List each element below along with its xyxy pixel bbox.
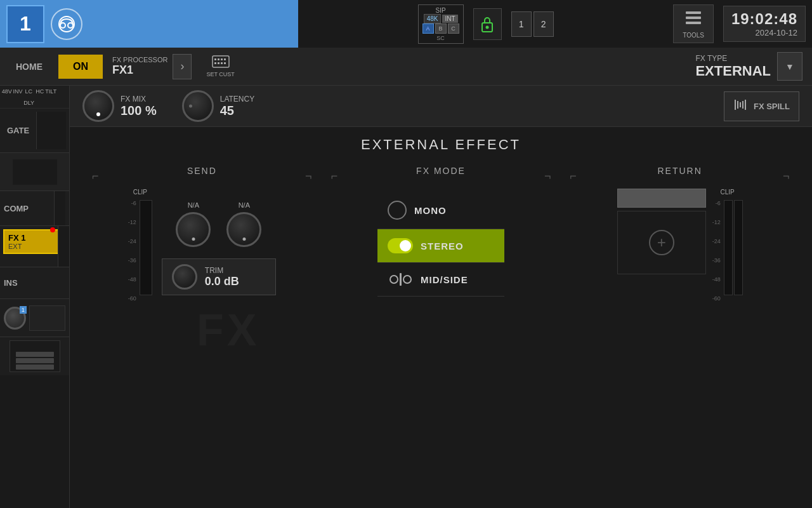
sip-label: SIP [436, 7, 446, 14]
svg-rect-15 [221, 62, 223, 64]
svg-rect-5 [686, 11, 701, 14]
latency-knob[interactable] [182, 90, 214, 122]
eq-section [0, 153, 69, 191]
send-label: SEND [187, 166, 217, 176]
svg-rect-11 [221, 58, 223, 60]
svg-rect-7 [686, 22, 701, 24]
mid-circle-2 [403, 275, 412, 284]
send-knob-2-label: N/A [239, 201, 250, 209]
num-btn-2[interactable]: 2 [534, 11, 554, 37]
comp-slider[interactable] [54, 191, 65, 225]
send-vu-left: CLIP -6-12-24-36-48-60 [128, 189, 152, 302]
fx-type-dropdown[interactable]: ▼ [777, 52, 802, 81]
channel-number[interactable]: 1 [6, 5, 44, 43]
fx-mix-value: 100 % [121, 104, 157, 118]
tools-label: TOOLS [683, 32, 704, 39]
fx1-button[interactable]: FX 1 EXT [3, 229, 66, 254]
fxmode-mono-btn[interactable]: MONO [377, 192, 504, 229]
filter-dly[interactable]: DLY [1, 97, 56, 109]
ins-label: INS [4, 278, 18, 288]
mid-line [400, 273, 402, 286]
tools-button[interactable]: TOOLS [673, 4, 714, 43]
second-bar: HOME ON FX PROCESSOR FX1 › SET CUST [0, 48, 812, 86]
filter-48v[interactable]: 48V [1, 86, 12, 97]
fx1-section: FX 1 EXT [0, 226, 69, 267]
fx-processor-name: FX1 [112, 64, 167, 77]
filter-tilt[interactable]: TILT [45, 86, 56, 97]
send-knob-1-container: N/A [176, 201, 211, 247]
comp-section: COMP [0, 191, 69, 226]
fx-type-label: FX TYPE [695, 54, 771, 63]
sc-label: SC [436, 35, 445, 41]
tools-icon [684, 9, 702, 30]
clip-label-left: CLIP [133, 189, 147, 196]
return-add-box[interactable]: + [617, 211, 706, 274]
fx1-slider[interactable] [58, 226, 69, 267]
lock-icon[interactable] [473, 8, 502, 40]
stereo-toggle-knob [400, 240, 411, 251]
return-section: ⌐ RETURN ⌐ + [566, 166, 793, 498]
red-dot [50, 227, 55, 232]
trim-knob[interactable] [172, 264, 197, 290]
svg-rect-19 [740, 102, 741, 107]
fx-processor-section: FX PROCESSOR FX1 › [112, 54, 192, 79]
return-corner-tl: ⌐ [570, 170, 577, 182]
on-button[interactable]: ON [58, 55, 103, 79]
return-vu-bar-2 [734, 200, 743, 295]
mono-label: MONO [414, 205, 447, 216]
ch-c-btn[interactable]: C [448, 23, 459, 34]
comp-label: COMP [4, 204, 29, 213]
fx-mix-knob[interactable] [82, 90, 114, 122]
send-knob-2[interactable] [226, 212, 261, 247]
ch-b-btn[interactable]: B [435, 23, 447, 34]
set-cust-button[interactable]: SET CUST [201, 53, 239, 80]
return-vu: CLIP -6-12-24-36-48-60 [712, 189, 743, 302]
num-buttons: 1 2 [511, 11, 554, 37]
svg-rect-18 [737, 101, 738, 109]
latency-control: LATENCY 45 [182, 90, 254, 122]
fxmode-label: FX MODE [416, 166, 466, 176]
latency-value: 45 [220, 104, 254, 118]
home-button[interactable]: HOME [10, 58, 49, 75]
top-right: TOOLS 19:02:48 2024-10-12 [673, 4, 812, 43]
gate-label-box[interactable]: GATE [3, 112, 33, 149]
fxmode-midside-btn[interactable]: MID/SIDE [377, 263, 504, 297]
svg-rect-17 [735, 100, 736, 110]
external-effect-panel: FX EXTERNAL EFFECT ⌐ SEND ⌐ CLIP [70, 127, 812, 508]
latency-label: LATENCY [220, 95, 254, 104]
stereo-label: STEREO [421, 241, 464, 251]
return-vu-bar-1 [724, 200, 733, 295]
num-btn-1[interactable]: 1 [511, 11, 532, 37]
return-top-slider [617, 189, 706, 208]
send-knob-1[interactable] [176, 212, 211, 247]
filter-row: 48V INV LC HC TILT DLY [0, 86, 69, 109]
send-knob-section: 1 [0, 299, 69, 337]
ext-body: ⌐ SEND ⌐ CLIP -6-12-24-36-48-60 [89, 166, 793, 498]
return-vu-scale: -6-12-24-36-48-60 [712, 200, 722, 302]
sip-box: SIP 48K INT A B C SC [418, 4, 464, 44]
int-box: INT [442, 15, 457, 23]
fxmode-stereo-btn[interactable]: STEREO [377, 229, 504, 263]
return-inner: + CLIP -6-12-24-36-48-60 [566, 185, 793, 302]
gate-label: GATE [7, 126, 29, 135]
set-cust-label: SET CUST [206, 71, 234, 77]
fx-controls-bar: FX MIX 100 % LATENCY 45 [70, 86, 812, 127]
svg-rect-14 [218, 62, 219, 64]
filter-lc[interactable]: LC [23, 86, 34, 97]
return-boxes: + [617, 189, 706, 274]
fx-spill-button[interactable]: FX SPILL [724, 91, 799, 121]
mid-circle-1 [390, 275, 398, 284]
send-knob[interactable]: 1 [4, 307, 26, 330]
svg-rect-6 [686, 17, 701, 19]
send-corner-tl: ⌐ [92, 170, 99, 182]
send-fader [29, 305, 65, 331]
gate-slider[interactable] [36, 112, 66, 149]
fx-type-value: EXTERNAL [695, 63, 771, 79]
filter-hc[interactable]: HC [34, 86, 45, 97]
return-corner-tr: ⌐ [783, 170, 790, 182]
ch-a-btn[interactable]: A [422, 23, 434, 34]
svg-rect-12 [224, 58, 226, 60]
stereo-toggle [388, 238, 413, 253]
filter-inv[interactable]: INV [12, 86, 23, 97]
fx-processor-arrow[interactable]: › [173, 54, 192, 79]
